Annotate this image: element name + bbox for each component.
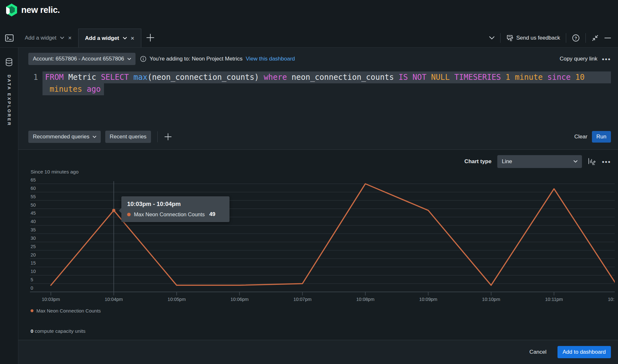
recent-queries-label: Recent queries xyxy=(110,134,146,140)
cancel-button[interactable]: Cancel xyxy=(529,349,547,355)
brand: new relic. xyxy=(5,3,60,17)
query-line-1: FROM Metric SELECT max(neon_connection_c… xyxy=(42,71,611,83)
svg-text:10:06pm: 10:06pm xyxy=(230,297,248,302)
help-button[interactable]: ? xyxy=(572,34,580,42)
line-chart-svg: 0510152025303540455055606510:03pm10:04pm… xyxy=(30,177,615,305)
data-explorer-toggle-button[interactable] xyxy=(0,29,18,47)
feedback-icon xyxy=(506,34,513,42)
plus-icon xyxy=(164,133,172,141)
account-selector-label: Account: 6557806 - Account 6557806 xyxy=(33,56,124,62)
svg-text:60: 60 xyxy=(31,186,36,191)
svg-text:20: 20 xyxy=(31,252,36,257)
top-header: new relic. xyxy=(0,0,618,20)
svg-text:40: 40 xyxy=(31,219,36,224)
chevron-down-icon xyxy=(127,58,131,60)
rail-label: DATA EXPLORER xyxy=(7,75,12,126)
tab-bar: Add a widget ✕ Add a widget ✕ xyxy=(0,20,618,47)
svg-text:10:10pm: 10:10pm xyxy=(482,297,500,302)
tab-add-a-widget-1[interactable]: Add a widget ✕ xyxy=(18,29,78,47)
legend-label: Max Neon Connection Counts xyxy=(36,308,101,313)
tooltip-series-row: Max Neon Connection Counts 49 xyxy=(127,211,224,218)
minimize-icon xyxy=(604,37,611,39)
chart-since-label: Since 10 minutes ago xyxy=(28,169,611,177)
svg-text:35: 35 xyxy=(31,227,36,232)
tabs-dropdown-button[interactable] xyxy=(489,36,494,40)
recommended-queries-button[interactable]: Recommended queries xyxy=(28,131,101,143)
series-dot-icon xyxy=(31,309,33,312)
chevron-down-icon xyxy=(60,37,64,39)
svg-text:10:08pm: 10:08pm xyxy=(356,297,374,302)
compute-capacity-label: compute capacity units xyxy=(33,328,86,334)
minimize-button[interactable] xyxy=(604,37,611,39)
tab-bar-right: Send us feedback ? xyxy=(489,29,618,47)
collapse-icon xyxy=(592,34,599,42)
query-editor[interactable]: 1 FROM Metric SELECT max(neon_connection… xyxy=(28,71,611,131)
add-query-button[interactable] xyxy=(164,133,172,141)
chart-tooltip: 10:03pm - 10:04pm Max Neon Connection Co… xyxy=(121,196,229,222)
chevron-down-icon xyxy=(489,36,494,40)
copy-query-link-button[interactable]: Copy query link xyxy=(560,56,597,62)
tab-add-a-widget-2[interactable]: Add a widget ✕ xyxy=(78,29,141,47)
svg-text:10:07pm: 10:07pm xyxy=(293,297,311,302)
svg-text:25: 25 xyxy=(31,244,36,249)
close-icon[interactable]: ✕ xyxy=(68,35,72,41)
new-relic-logo-icon xyxy=(5,3,18,17)
svg-text:45: 45 xyxy=(31,210,36,216)
account-selector[interactable]: Account: 6557806 - Account 6557806 xyxy=(28,53,136,65)
account-row: Account: 6557806 - Account 6557806 You'r… xyxy=(28,53,611,65)
collapse-window-button[interactable] xyxy=(592,34,599,42)
svg-text:10:04pm: 10:04pm xyxy=(105,297,123,302)
chart-edit-icon xyxy=(588,157,596,166)
info-icon xyxy=(140,56,146,62)
svg-text:50: 50 xyxy=(31,202,36,208)
tooltip-time-range: 10:03pm - 10:04pm xyxy=(127,201,224,208)
svg-text:30: 30 xyxy=(31,236,36,241)
recent-queries-button[interactable]: Recent queries xyxy=(105,131,151,143)
svg-text:?: ? xyxy=(575,36,577,41)
svg-text:10:12pm: 10:12pm xyxy=(608,297,615,302)
footer-bar: Cancel Add to dashboard xyxy=(18,340,618,364)
compute-capacity-note: 0 compute capacity units xyxy=(28,328,611,334)
tooltip-series-value: 49 xyxy=(209,211,215,218)
clear-button[interactable]: Clear xyxy=(574,134,587,140)
content-row: DATA EXPLORER Account: 6557806 - Account… xyxy=(0,47,618,364)
chevron-down-icon xyxy=(93,136,96,138)
add-tab-button[interactable] xyxy=(141,29,159,47)
close-icon[interactable]: ✕ xyxy=(131,36,135,41)
run-button[interactable]: Run xyxy=(592,131,611,143)
add-to-dashboard-button[interactable]: Add to dashboard xyxy=(557,346,611,358)
tooltip-series-name: Max Neon Connection Counts xyxy=(134,211,205,218)
chart-area[interactable]: 0510152025303540455055606510:03pm10:04pm… xyxy=(30,177,611,305)
divider xyxy=(566,33,566,43)
chart-type-label: Chart type xyxy=(464,158,492,165)
send-feedback-label: Send us feedback xyxy=(516,35,560,41)
legend-item[interactable]: Max Neon Connection Counts xyxy=(28,308,611,313)
svg-text:10:05pm: 10:05pm xyxy=(168,297,186,302)
data-explorer-rail[interactable]: DATA EXPLORER xyxy=(0,48,18,364)
svg-text:15: 15 xyxy=(31,260,36,266)
recommended-queries-label: Recommended queries xyxy=(33,134,89,140)
query-lines: FROM Metric SELECT max(neon_connection_c… xyxy=(42,71,611,131)
tab-label: Add a widget xyxy=(25,35,56,41)
view-dashboard-link[interactable]: View this dashboard xyxy=(246,56,295,62)
chevron-down-icon xyxy=(123,37,127,40)
divider xyxy=(585,33,586,43)
console-icon xyxy=(5,34,14,42)
svg-text:10: 10 xyxy=(31,269,36,274)
tab-label: Add a widget xyxy=(85,35,119,42)
svg-text:5: 5 xyxy=(31,277,33,282)
query-more-options-button[interactable]: ••• xyxy=(602,56,611,62)
chart-type-value: Line xyxy=(502,158,512,165)
database-icon xyxy=(5,58,13,66)
svg-text:10:03pm: 10:03pm xyxy=(42,297,60,302)
help-icon: ? xyxy=(572,34,580,42)
chart-panel: Chart type Line xyxy=(18,149,618,340)
edit-chart-button[interactable] xyxy=(588,157,596,166)
chart-more-options-button[interactable]: ••• xyxy=(602,158,611,165)
chart-header: Chart type Line xyxy=(28,155,611,168)
send-feedback-button[interactable]: Send us feedback xyxy=(506,34,560,42)
app-window: new relic. Add a widget ✕ Add a widget ✕ xyxy=(0,0,618,364)
query-line-2: minutes ago xyxy=(42,83,104,95)
chart-type-select[interactable]: Line xyxy=(497,155,582,168)
compute-capacity-value: 0 xyxy=(31,328,33,334)
